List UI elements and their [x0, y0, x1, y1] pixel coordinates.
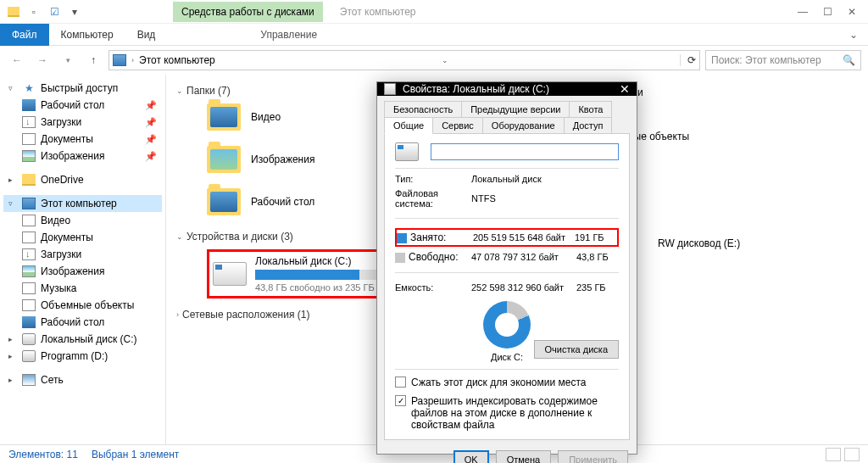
- nav-pc-video[interactable]: Видео: [3, 212, 162, 229]
- pc-icon: [22, 198, 36, 209]
- chevron-right-icon[interactable]: ▸: [8, 376, 17, 384]
- nav-label: Документы: [41, 133, 93, 145]
- search-input[interactable]: Поиск: Этот компьютер 🔍: [705, 50, 861, 70]
- dialog-close-button[interactable]: ✕: [620, 82, 630, 96]
- disk-icon: [395, 142, 419, 161]
- ribbon-expand-icon[interactable]: ⌄: [849, 29, 858, 41]
- disk-icon: [213, 262, 247, 286]
- nav-network[interactable]: ▸Сеть: [3, 371, 162, 388]
- nav-back-button[interactable]: ←: [7, 50, 27, 70]
- nav-qa-desktop[interactable]: Рабочий стол📌: [3, 97, 162, 114]
- cancel-button[interactable]: Отмена: [496, 450, 551, 463]
- ok-button[interactable]: OK: [453, 450, 489, 463]
- nav-quick-access[interactable]: ▿ ★ Быстрый доступ: [3, 80, 162, 97]
- tab-general[interactable]: Общие: [384, 117, 433, 134]
- nav-pc-3dobjects[interactable]: Объемные объекты: [3, 297, 162, 314]
- value-used-gb: 191 ГБ: [575, 232, 617, 243]
- cube-icon: [22, 299, 36, 311]
- nav-qa-documents[interactable]: Документы📌: [3, 131, 162, 148]
- navigation-pane: ▿ ★ Быстрый доступ Рабочий стол📌 Загрузк…: [0, 75, 166, 444]
- nav-qa-images[interactable]: Изображения📌: [3, 148, 162, 165]
- drive-c-card[interactable]: Локальный диск (C:) 43,8 ГБ свободно из …: [207, 249, 388, 298]
- search-icon: 🔍: [843, 54, 855, 66]
- pin-icon: 📌: [145, 134, 157, 145]
- nav-pc-desktop[interactable]: Рабочий стол: [3, 314, 162, 331]
- tab-tools[interactable]: Сервис: [432, 117, 483, 134]
- drive-subtext: 43,8 ГБ свободно из 235 ГБ: [255, 282, 382, 293]
- nav-onedrive[interactable]: ▸OneDrive: [3, 171, 162, 188]
- checkbox-compress[interactable]: [395, 377, 406, 388]
- pin-icon: 📌: [145, 100, 157, 111]
- close-button[interactable]: ✕: [848, 6, 856, 18]
- nav-pc-disk-c[interactable]: ▸Локальный диск (C:): [3, 331, 162, 348]
- nav-label: Загрузки: [41, 116, 81, 128]
- tab-quota[interactable]: Квота: [569, 101, 612, 118]
- nav-pc-downloads[interactable]: Загрузки: [3, 246, 162, 263]
- disk-cleanup-button[interactable]: Очистка диска: [534, 340, 619, 359]
- tab-view[interactable]: Вид: [125, 24, 168, 46]
- value-free-gb: 43,8 ГБ: [576, 252, 619, 262]
- nav-qa-downloads[interactable]: Загрузки📌: [3, 114, 162, 131]
- chevron-down-icon: ⌄: [176, 86, 183, 95]
- apply-button[interactable]: Применить: [558, 450, 628, 463]
- view-large-button[interactable]: [844, 448, 860, 461]
- tab-previous-versions[interactable]: Предыдущие версии: [461, 101, 570, 118]
- desktop-icon: [22, 316, 36, 328]
- nav-pc-music[interactable]: Музыка: [3, 280, 162, 297]
- nav-pc-disk-d[interactable]: ▸Programm (D:): [3, 348, 162, 365]
- disk-label-input[interactable]: [431, 143, 619, 160]
- nav-label: Локальный диск (C:): [41, 333, 137, 345]
- label-filesystem: Файловая система:: [395, 188, 471, 209]
- checkbox-compress-row[interactable]: Сжать этот диск для экономии места: [395, 377, 619, 388]
- chevron-dropdown-icon[interactable]: ⌄: [442, 56, 448, 64]
- nav-label: Видео: [41, 215, 70, 226]
- checkbox-index[interactable]: ✓: [395, 395, 406, 406]
- group-label: Устройства и диски (3): [186, 231, 293, 243]
- qat-new[interactable]: ▫: [25, 3, 42, 20]
- search-placeholder: Поиск: Этот компьютер: [711, 54, 821, 66]
- nav-label: Изображения: [41, 150, 104, 162]
- qat-dropdown-icon[interactable]: ▾: [66, 3, 83, 20]
- nav-label: Рабочий стол: [41, 99, 104, 111]
- tab-manage[interactable]: Управление: [260, 29, 317, 41]
- tab-hardware[interactable]: Оборудование: [482, 117, 565, 134]
- group-label: Папки (7): [186, 85, 231, 97]
- view-details-button[interactable]: [826, 448, 841, 461]
- checkbox-label: Сжать этот диск для экономии места: [411, 377, 586, 388]
- address-bar[interactable]: › Этот компьютер ⌄ ⟳: [108, 50, 700, 70]
- pin-icon: 📌: [145, 117, 157, 128]
- chevron-down-icon[interactable]: ▿: [8, 84, 17, 92]
- nav-label: Объемные объекты: [41, 299, 134, 311]
- documents-icon: [22, 133, 36, 145]
- tab-security[interactable]: Безопасность: [384, 101, 462, 118]
- status-selection: Выбран 1 элемент: [92, 449, 179, 460]
- folder-icon: [207, 188, 241, 215]
- tab-computer[interactable]: Компьютер: [49, 24, 125, 46]
- nav-label: Музыка: [41, 282, 76, 294]
- checkbox-label: Разрешить индексировать содержимое файло…: [411, 395, 619, 431]
- nav-pc-images[interactable]: Изображения: [3, 263, 162, 280]
- breadcrumb-this-pc[interactable]: Этот компьютер: [139, 54, 215, 66]
- nav-up-button[interactable]: ↑: [83, 50, 103, 70]
- folder-icon: [207, 146, 241, 173]
- qat-properties[interactable]: ☑: [46, 3, 63, 20]
- usage-bar: [255, 270, 382, 280]
- value-filesystem: NTFS: [471, 193, 619, 204]
- tab-file[interactable]: Файл: [0, 24, 49, 46]
- checkbox-index-row[interactable]: ✓Разрешить индексировать содержимое файл…: [395, 395, 619, 431]
- download-icon: [22, 116, 36, 128]
- chevron-right-icon[interactable]: ▸: [8, 352, 17, 360]
- maximize-button[interactable]: ☐: [823, 6, 832, 18]
- chevron-right-icon[interactable]: ▸: [8, 335, 17, 343]
- nav-recent-dropdown[interactable]: ▾: [58, 50, 78, 70]
- dialog-title-bar[interactable]: Свойства: Локальный диск (C:) ✕: [377, 82, 637, 96]
- minimize-button[interactable]: ―: [798, 6, 808, 18]
- nav-pc-documents[interactable]: Документы: [3, 229, 162, 246]
- refresh-button[interactable]: ⟳: [680, 54, 696, 66]
- chevron-down-icon[interactable]: ▿: [8, 199, 17, 208]
- tab-sharing[interactable]: Доступ: [564, 117, 613, 134]
- nav-label: Документы: [41, 232, 93, 243]
- chevron-right-icon[interactable]: ▸: [8, 176, 17, 184]
- nav-label: Быстрый доступ: [41, 82, 118, 94]
- nav-this-pc[interactable]: ▿Этот компьютер: [3, 195, 162, 212]
